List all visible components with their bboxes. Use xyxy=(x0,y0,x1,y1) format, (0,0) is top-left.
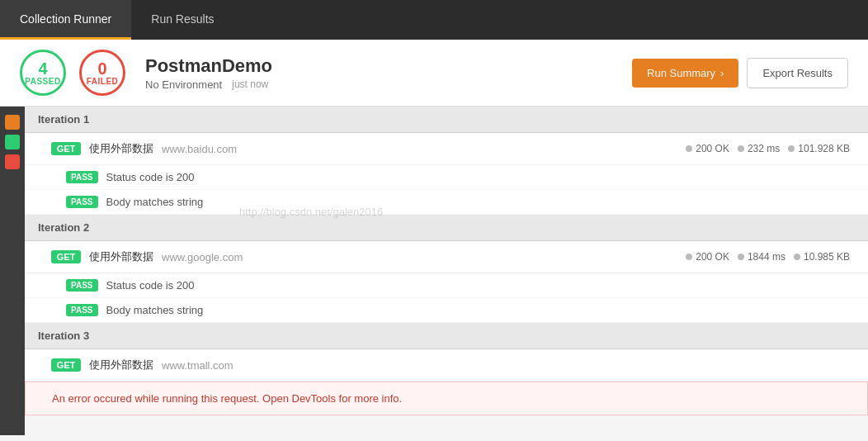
demo-name: PostmanDemo xyxy=(145,55,272,77)
pass-badge: PASS xyxy=(66,279,98,292)
sidebar-icon-3[interactable] xyxy=(5,154,20,169)
demo-meta: No Environment just now xyxy=(145,78,272,91)
content-wrap: http://blog.csdn.net/galen2016 Iteration… xyxy=(0,107,868,435)
tab-collection-runner[interactable]: Collection Runner xyxy=(0,0,131,40)
size-val: 101.928 KB xyxy=(798,143,850,154)
demo-info: PostmanDemo No Environment just now xyxy=(145,55,272,91)
time-val: 232 ms xyxy=(748,143,780,154)
request-url: www.google.com xyxy=(162,251,243,263)
run-summary-button[interactable]: Run Summary › xyxy=(632,59,738,88)
pass-badge: PASS xyxy=(66,171,98,183)
dot-status xyxy=(686,254,692,260)
pass-badge: PASS xyxy=(66,304,98,316)
test-row-2-2: PASS Body matches string xyxy=(25,298,868,323)
status-val: 200 OK xyxy=(696,143,729,154)
demo-env: No Environment xyxy=(145,78,222,91)
method-badge: GET xyxy=(51,142,81,155)
summary-bar: 4 PASSED 0 FAILED PostmanDemo No Environ… xyxy=(0,40,868,107)
test-row-2-1: PASS Status code is 200 xyxy=(25,273,868,298)
error-row-3: An error occured while running this requ… xyxy=(25,382,868,415)
failed-label: FAILED xyxy=(87,77,119,86)
request-url: www.baidu.com xyxy=(162,143,237,155)
passed-label: PASSED xyxy=(25,77,60,86)
iteration-header-1: Iteration 1 xyxy=(25,107,868,133)
test-row-1-1: PASS Status code is 200 xyxy=(25,165,868,190)
chevron-right-icon: › xyxy=(720,67,724,79)
failed-circle: 0 FAILED xyxy=(79,50,125,96)
tab-collection-runner-label: Collection Runner xyxy=(20,12,111,26)
iteration-header-2: Iteration 2 xyxy=(25,215,868,241)
request-row-1[interactable]: GET 使用外部数据 www.baidu.com 200 OK 232 ms 1… xyxy=(25,133,868,165)
request-name: 使用外部数据 xyxy=(89,249,153,264)
test-label: Body matches string xyxy=(106,304,204,316)
test-row-1-2: PASS Body matches string xyxy=(25,190,868,215)
dot-time xyxy=(738,145,744,152)
dot-time xyxy=(738,254,744,260)
request-row-3[interactable]: GET 使用外部数据 www.tmall.com xyxy=(25,349,868,382)
request-row-2[interactable]: GET 使用外部数据 www.google.com 200 OK 1844 ms… xyxy=(25,241,868,273)
pass-badge: PASS xyxy=(66,196,98,208)
test-label: Body matches string xyxy=(106,196,204,208)
request-stats-1: 200 OK 232 ms 101.928 KB xyxy=(686,143,855,154)
sidebar-icon-2[interactable] xyxy=(5,135,20,149)
dot-status xyxy=(686,145,692,152)
export-results-button[interactable]: Export Results xyxy=(747,58,848,88)
dot-size xyxy=(788,145,795,152)
results-area: http://blog.csdn.net/galen2016 Iteration… xyxy=(25,107,868,435)
request-url: www.tmall.com xyxy=(162,359,234,372)
passed-count: 4 xyxy=(38,60,47,77)
tab-run-results-label: Run Results xyxy=(151,12,214,26)
failed-count: 0 xyxy=(97,60,106,77)
sidebar-icon-1[interactable] xyxy=(5,115,20,130)
iteration-header-3: Iteration 3 xyxy=(25,323,868,349)
run-summary-label: Run Summary xyxy=(647,67,715,79)
size-val: 10.985 KB xyxy=(804,251,850,263)
method-badge: GET xyxy=(51,250,81,263)
demo-time: just now xyxy=(232,78,268,90)
tab-run-results[interactable]: Run Results xyxy=(131,0,234,40)
method-badge: GET xyxy=(51,358,81,372)
time-val: 1844 ms xyxy=(748,251,785,263)
status-val: 200 OK xyxy=(696,251,729,263)
nav-bar: Collection Runner Run Results xyxy=(0,0,868,40)
request-stats-2: 200 OK 1844 ms 10.985 KB xyxy=(686,251,855,263)
sidebar-icons xyxy=(0,107,25,435)
test-label: Status code is 200 xyxy=(106,279,195,292)
summary-actions: Run Summary › Export Results xyxy=(632,58,848,88)
request-name: 使用外部数据 xyxy=(89,358,153,372)
export-results-label: Export Results xyxy=(762,67,833,79)
test-label: Status code is 200 xyxy=(106,171,195,183)
request-name: 使用外部数据 xyxy=(89,141,153,156)
dot-size xyxy=(794,254,800,260)
passed-circle: 4 PASSED xyxy=(20,50,66,96)
